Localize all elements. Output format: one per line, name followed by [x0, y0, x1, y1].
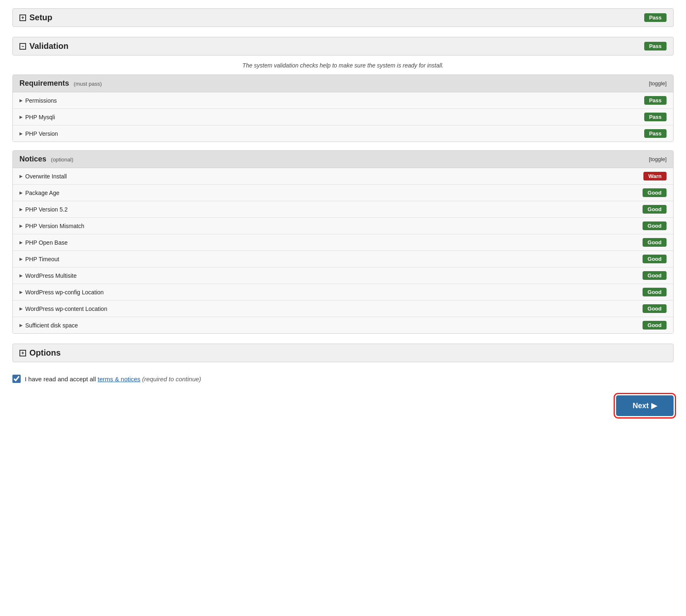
options-toggle-icon[interactable]: + — [19, 350, 26, 356]
row-label: ▶ PHP Version 5.2 — [19, 206, 67, 213]
validation-toggle-icon[interactable]: − — [19, 43, 26, 50]
terms-label: I have read and accept all terms & notic… — [25, 375, 201, 383]
table-row[interactable]: ▶ PHP Mysqli Pass — [13, 109, 673, 125]
expand-icon: ▶ — [19, 306, 23, 311]
row-text: Package Age — [25, 190, 60, 196]
expand-icon: ▶ — [19, 290, 23, 294]
row-label: ▶ PHP Timeout — [19, 256, 59, 262]
next-button[interactable]: Next ▶ — [616, 395, 674, 416]
expand-icon: ▶ — [19, 115, 23, 119]
row-label: ▶ Permissions — [19, 97, 57, 104]
row-badge: Good — [643, 221, 667, 230]
row-badge: Pass — [644, 96, 667, 105]
requirements-toggle[interactable]: [toggle] — [649, 80, 667, 87]
setup-toggle-icon[interactable]: + — [19, 14, 26, 21]
row-label: ▶ Overwrite Install — [19, 173, 67, 180]
next-arrow-icon: ▶ — [651, 401, 657, 410]
options-section: + Options — [12, 344, 674, 362]
row-badge: Good — [643, 288, 667, 296]
expand-icon: ▶ — [19, 240, 23, 245]
expand-icon: ▶ — [19, 131, 23, 136]
row-badge: Good — [643, 188, 667, 197]
row-label: ▶ Package Age — [19, 190, 60, 196]
row-badge: Pass — [644, 113, 667, 121]
options-header[interactable]: + Options — [12, 344, 674, 362]
table-row[interactable]: ▶ WordPress Multisite Good — [13, 267, 673, 284]
setup-section: + Setup Pass — [12, 8, 674, 27]
row-label: ▶ WordPress wp-config Location — [19, 289, 104, 296]
row-badge: Warn — [643, 172, 667, 180]
validation-section: − Validation Pass The system validation … — [12, 37, 674, 334]
terms-link[interactable]: terms & notices — [98, 375, 140, 383]
row-text: PHP Version 5.2 — [25, 206, 67, 213]
validation-subtitle: The system validation checks help to mak… — [12, 62, 674, 69]
row-label: ▶ WordPress Multisite — [19, 272, 77, 279]
expand-icon: ▶ — [19, 98, 23, 103]
expand-icon: ▶ — [19, 257, 23, 261]
row-text: Sufficient disk space — [25, 322, 78, 329]
table-row[interactable]: ▶ Package Age Good — [13, 185, 673, 201]
row-badge: Good — [643, 255, 667, 263]
row-label: ▶ PHP Version Mismatch — [19, 223, 84, 229]
row-label: ▶ PHP Mysqli — [19, 114, 55, 120]
row-badge: Good — [643, 321, 667, 330]
table-row[interactable]: ▶ PHP Version 5.2 Good — [13, 201, 673, 218]
expand-icon: ▶ — [19, 323, 23, 327]
row-text: PHP Version Mismatch — [25, 223, 84, 229]
setup-header[interactable]: + Setup Pass — [12, 8, 674, 27]
notices-table: Notices (optional) [toggle] ▶ Overwrite … — [12, 150, 674, 334]
row-badge: Good — [643, 271, 667, 280]
row-text: WordPress wp-config Location — [25, 289, 104, 296]
table-row[interactable]: ▶ WordPress wp-config Location Good — [13, 284, 673, 301]
row-text: PHP Mysqli — [25, 114, 55, 120]
footer-row: Next ▶ — [12, 395, 674, 416]
table-row[interactable]: ▶ Overwrite Install Warn — [13, 168, 673, 185]
table-row[interactable]: ▶ PHP Version Pass — [13, 125, 673, 142]
row-label: ▶ WordPress wp-content Location — [19, 306, 107, 312]
validation-header[interactable]: − Validation Pass — [12, 37, 674, 55]
requirements-header: Requirements (must pass) [toggle] — [13, 75, 673, 92]
requirements-title: Requirements (must pass) — [19, 79, 102, 88]
row-text: PHP Timeout — [25, 256, 59, 262]
setup-badge: Pass — [644, 13, 667, 22]
validation-title: − Validation — [19, 41, 68, 51]
row-text: Overwrite Install — [25, 173, 67, 180]
terms-row: I have read and accept all terms & notic… — [12, 375, 674, 383]
terms-checkbox[interactable] — [12, 375, 21, 383]
expand-icon: ▶ — [19, 174, 23, 178]
setup-title: + Setup — [19, 13, 53, 22]
row-label: ▶ PHP Version — [19, 130, 58, 137]
table-row[interactable]: ▶ WordPress wp-content Location Good — [13, 301, 673, 317]
requirements-table: Requirements (must pass) [toggle] ▶ Perm… — [12, 75, 674, 142]
row-badge: Good — [643, 304, 667, 313]
table-row[interactable]: ▶ Sufficient disk space Good — [13, 317, 673, 333]
notices-header: Notices (optional) [toggle] — [13, 151, 673, 168]
terms-required: (required to continue) — [142, 375, 201, 383]
expand-icon: ▶ — [19, 224, 23, 228]
requirements-rows: ▶ Permissions Pass ▶ PHP Mysqli Pass ▶ P… — [13, 92, 673, 142]
table-row[interactable]: ▶ PHP Version Mismatch Good — [13, 218, 673, 234]
notices-toggle[interactable]: [toggle] — [649, 156, 667, 162]
row-badge: Good — [643, 205, 667, 214]
table-row[interactable]: ▶ Permissions Pass — [13, 92, 673, 109]
expand-icon: ▶ — [19, 207, 23, 212]
row-text: PHP Version — [25, 130, 58, 137]
notices-title: Notices (optional) — [19, 155, 73, 164]
row-label: ▶ Sufficient disk space — [19, 322, 78, 329]
row-text: WordPress wp-content Location — [25, 306, 107, 312]
row-text: PHP Open Base — [25, 239, 67, 246]
row-text: WordPress Multisite — [25, 272, 77, 279]
validation-badge: Pass — [644, 42, 667, 51]
row-label: ▶ PHP Open Base — [19, 239, 67, 246]
expand-icon: ▶ — [19, 273, 23, 278]
expand-icon: ▶ — [19, 190, 23, 195]
row-badge: Good — [643, 238, 667, 247]
row-badge: Pass — [644, 129, 667, 138]
table-row[interactable]: ▶ PHP Timeout Good — [13, 251, 673, 267]
row-text: Permissions — [25, 97, 57, 104]
table-row[interactable]: ▶ PHP Open Base Good — [13, 234, 673, 251]
notices-rows: ▶ Overwrite Install Warn ▶ Package Age G… — [13, 168, 673, 333]
options-title: + Options — [19, 348, 61, 358]
